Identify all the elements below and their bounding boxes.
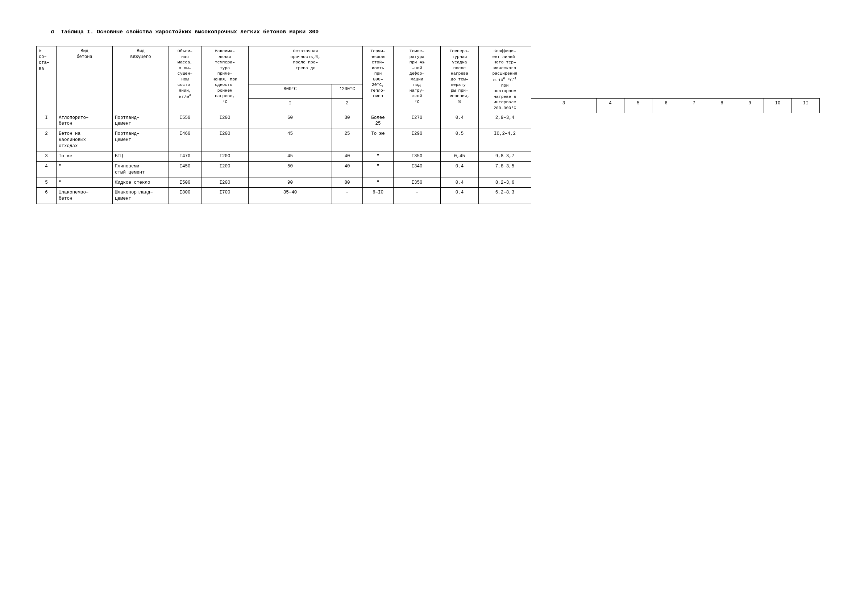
cell-ost-800: 50 <box>249 161 332 177</box>
cell-ost-800: 45 <box>249 151 332 161</box>
cell-vid-betona: Аглопорито– бетон <box>57 113 113 129</box>
cell-term: " <box>363 177 394 188</box>
col-n-3: 3 <box>531 98 596 113</box>
header-num: №со–ста–ва <box>37 46 57 113</box>
cell-usadka: 0,4 <box>441 177 479 188</box>
cell-num: 4 <box>37 161 57 177</box>
cell-ost-800: 60 <box>249 113 332 129</box>
cell-term: " <box>363 151 394 161</box>
col-n-8: 8 <box>708 98 736 113</box>
col-n-7: 7 <box>680 98 708 113</box>
cell-term: Более 25 <box>363 113 394 129</box>
col-n-4: 4 <box>596 98 624 113</box>
cell-temper: I270 <box>394 113 441 129</box>
header-1200: 1200°С <box>332 84 363 98</box>
table-row: 3То жеБТЦI470I2004540"I3500,459,8–3,7 <box>37 151 820 161</box>
cell-ost-800: 35–40 <box>249 188 332 204</box>
cell-num: 3 <box>37 151 57 161</box>
cell-term: То же <box>363 129 394 151</box>
table-row: 2Бетон на каолиновых отходахПортланд– це… <box>37 129 820 151</box>
cell-usadka: 0,4 <box>441 188 479 204</box>
col-n-2: 2 <box>332 98 363 113</box>
cell-temper: – <box>394 188 441 204</box>
cell-term: " <box>363 161 394 177</box>
cell-usadka: 0,4 <box>441 161 479 177</box>
cell-vid-betona: Бетон на каолиновых отходах <box>57 129 113 151</box>
cell-temp-max: I200 <box>202 113 249 129</box>
cell-koef: 2,9–3,4 <box>479 113 531 129</box>
cell-temper: I290 <box>394 129 441 151</box>
cell-usadka: 0,5 <box>441 129 479 151</box>
cell-num: 6 <box>37 188 57 204</box>
cell-num: I <box>37 113 57 129</box>
header-vid-vyaz: Видвяжущего <box>113 46 169 113</box>
cell-massa: I800 <box>169 188 202 204</box>
cell-temp-max: I200 <box>202 129 249 151</box>
cell-vid-vyaz: Портланд– цемент <box>113 129 169 151</box>
cell-vid-vyaz: Шлакопортланд– цемент <box>113 188 169 204</box>
cell-ost-1200: – <box>332 188 363 204</box>
table-row: 4"Глиноземи– стый цементI450I2005040"I34… <box>37 161 820 177</box>
cell-ost-1200: 40 <box>332 161 363 177</box>
cell-ost-800: 45 <box>249 129 332 151</box>
cell-usadka: 0,4 <box>441 113 479 129</box>
cell-temp-max: I200 <box>202 151 249 161</box>
cell-num: 5 <box>37 177 57 188</box>
cell-koef: 7,8–3,5 <box>479 161 531 177</box>
table-row: IАглопорито– бетонПортланд– цементI550I2… <box>37 113 820 129</box>
main-table: №со–ста–ва Видбетона Видвяжущего Объем–н… <box>36 46 820 204</box>
cell-temper: I340 <box>394 161 441 177</box>
col-n-1: I <box>249 98 332 113</box>
cell-ost-800: 90 <box>249 177 332 188</box>
cell-temper: I350 <box>394 151 441 161</box>
cell-massa: I550 <box>169 113 202 129</box>
table-row: 6Шлакопемзо– бетонШлакопортланд– цементI… <box>37 188 820 204</box>
cell-temp-max: I700 <box>202 188 249 204</box>
cell-vid-vyaz: Портланд– цемент <box>113 113 169 129</box>
cell-koef: 9,8–3,7 <box>479 151 531 161</box>
cell-vid-betona: То же <box>57 151 113 161</box>
cell-vid-vyaz: БТЦ <box>113 151 169 161</box>
header-800: 800°С <box>249 84 332 98</box>
cell-temper: I350 <box>394 177 441 188</box>
cell-koef: I0,2–4,2 <box>479 129 531 151</box>
cell-temp-max: I200 <box>202 177 249 188</box>
cell-ost-1200: 30 <box>332 113 363 129</box>
cell-massa: I470 <box>169 151 202 161</box>
cell-vid-betona: " <box>57 161 113 177</box>
header-ostatok: Остаточнаяпрочность,%,после про–грева до <box>249 46 363 85</box>
header-koef: Коэффици–ент линей–ного тер–мическогорас… <box>479 46 531 113</box>
cell-massa: I450 <box>169 161 202 177</box>
col-n-6: 6 <box>652 98 680 113</box>
header-term: Терми–ческаястой–костьпри800–20°С,тепло–… <box>363 46 394 113</box>
sigma-symbol: σ <box>51 29 54 35</box>
cell-usadka: 0,45 <box>441 151 479 161</box>
cell-ost-1200: 80 <box>332 177 363 188</box>
cell-term: 6–I0 <box>363 188 394 204</box>
table-row: 5"Жидкое стеклоI500I2009080"I3500,48,2–3… <box>37 177 820 188</box>
page-title: σ Таблица I. Основные свойства жаростойк… <box>51 29 820 35</box>
cell-vid-betona: Шлакопемзо– бетон <box>57 188 113 204</box>
cell-massa: I460 <box>169 129 202 151</box>
header-temp-max: Максима–льнаятемпера–тураприме–нения, пр… <box>202 46 249 113</box>
cell-massa: I500 <box>169 177 202 188</box>
header-vid-betona: Видбетона <box>57 46 113 113</box>
col-n-9: 9 <box>736 98 764 113</box>
col-n-11: II <box>791 98 819 113</box>
cell-ost-1200: 25 <box>332 129 363 151</box>
cell-vid-vyaz: Жидкое стекло <box>113 177 169 188</box>
cell-koef: 8,2–3,6 <box>479 177 531 188</box>
cell-vid-vyaz: Глиноземи– стый цемент <box>113 161 169 177</box>
header-temper: Темпе–ратурапри 4%–нойдефор–мацииподнагр… <box>394 46 441 113</box>
cell-koef: 6,2–8,3 <box>479 188 531 204</box>
col-n-10: IO <box>764 98 791 113</box>
header-massa: Объем–наямасса,в вы–сушен–номсосто–янии,… <box>169 46 202 113</box>
cell-ost-1200: 40 <box>332 151 363 161</box>
col-n-5: 5 <box>624 98 652 113</box>
column-header-row: №со–ста–ва Видбетона Видвяжущего Объем–н… <box>37 46 820 85</box>
cell-num: 2 <box>37 129 57 151</box>
header-usadka: Темпера–турнаяусадкапосленагревадо тем–п… <box>441 46 479 113</box>
cell-temp-max: I200 <box>202 161 249 177</box>
cell-vid-betona: " <box>57 177 113 188</box>
